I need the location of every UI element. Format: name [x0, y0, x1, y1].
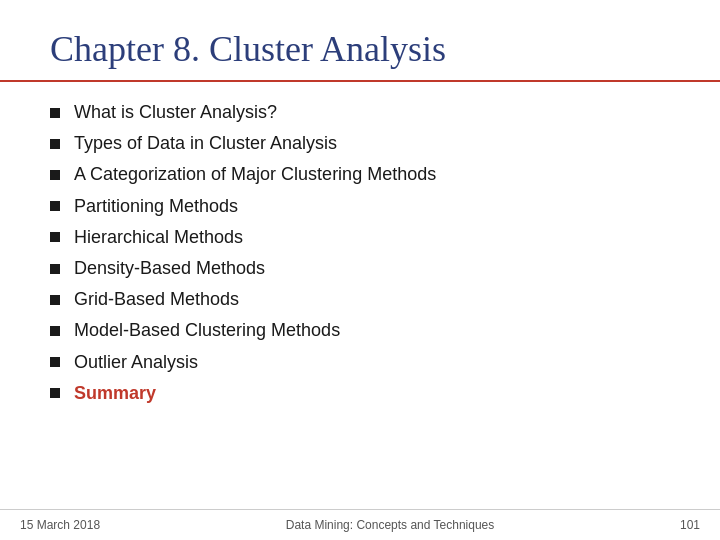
- bullet-item-1: What is Cluster Analysis?: [50, 100, 670, 125]
- bullet-marker-8: [50, 326, 60, 336]
- bullet-text-5: Hierarchical Methods: [74, 225, 243, 250]
- footer-date: 15 March 2018: [20, 518, 100, 532]
- bullet-marker-10: [50, 388, 60, 398]
- content-area: What is Cluster Analysis?Types of Data i…: [0, 82, 720, 509]
- bullet-text-6: Density-Based Methods: [74, 256, 265, 281]
- bullet-text-1: What is Cluster Analysis?: [74, 100, 277, 125]
- slide: Chapter 8. Cluster Analysis What is Clus…: [0, 0, 720, 540]
- slide-title: Chapter 8. Cluster Analysis: [50, 28, 670, 70]
- bullet-text-9: Outlier Analysis: [74, 350, 198, 375]
- bullet-text-7: Grid-Based Methods: [74, 287, 239, 312]
- footer-page: 101: [680, 518, 700, 532]
- bullet-marker-3: [50, 170, 60, 180]
- bullet-marker-2: [50, 139, 60, 149]
- bullet-marker-4: [50, 201, 60, 211]
- bullet-list: What is Cluster Analysis?Types of Data i…: [50, 100, 670, 406]
- title-area: Chapter 8. Cluster Analysis: [0, 0, 720, 82]
- bullet-text-10: Summary: [74, 381, 156, 406]
- bullet-item-5: Hierarchical Methods: [50, 225, 670, 250]
- bullet-item-7: Grid-Based Methods: [50, 287, 670, 312]
- bullet-item-10: Summary: [50, 381, 670, 406]
- bullet-item-9: Outlier Analysis: [50, 350, 670, 375]
- footer-course: Data Mining: Concepts and Techniques: [286, 518, 495, 532]
- bullet-text-3: A Categorization of Major Clustering Met…: [74, 162, 436, 187]
- bullet-item-2: Types of Data in Cluster Analysis: [50, 131, 670, 156]
- bullet-item-8: Model-Based Clustering Methods: [50, 318, 670, 343]
- bullet-item-6: Density-Based Methods: [50, 256, 670, 281]
- bullet-marker-5: [50, 232, 60, 242]
- bullet-text-8: Model-Based Clustering Methods: [74, 318, 340, 343]
- footer: 15 March 2018 Data Mining: Concepts and …: [0, 509, 720, 540]
- bullet-item-4: Partitioning Methods: [50, 194, 670, 219]
- bullet-item-3: A Categorization of Major Clustering Met…: [50, 162, 670, 187]
- bullet-marker-9: [50, 357, 60, 367]
- bullet-marker-6: [50, 264, 60, 274]
- bullet-text-4: Partitioning Methods: [74, 194, 238, 219]
- bullet-text-2: Types of Data in Cluster Analysis: [74, 131, 337, 156]
- bullet-marker-7: [50, 295, 60, 305]
- bullet-marker-1: [50, 108, 60, 118]
